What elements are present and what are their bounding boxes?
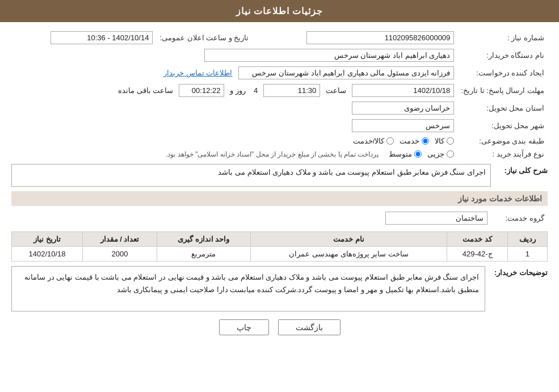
need-desc-field[interactable]: اجرای سنگ فرش معابر طبق استعلام پیوست می… (11, 164, 491, 187)
need-desc-section: شرح کلی نیاز: اجرای سنگ فرش معابر طبق اس… (11, 164, 548, 187)
remaining-label: ساعت باقی مانده (118, 86, 173, 95)
service-group-field: ساختمان (385, 212, 487, 225)
province-label: استان محل تحویل: (457, 99, 548, 117)
buyer-name-value: دهیاری ابراهیم اباد شهرستان سرخس (11, 47, 457, 64)
creator-field: فرزانه ایزدی مسئول مالی دهیاری ابراهیم ا… (238, 66, 454, 79)
need-desc-label: شرح کلی نیاز: (497, 164, 548, 175)
city-field: سرخس (352, 119, 454, 132)
row-creator: ایجاد کننده درخواست: فرزانه ایزدی مسئول … (11, 64, 548, 82)
buyer-name-field: دهیاری ابراهیم اباد شهرستان سرخس (204, 49, 454, 62)
page-title: جزئیات اطلاعات نیاز (236, 6, 323, 16)
row-need-number: شماره نیاز : 1102095826000009 تاریخ و سا… (11, 29, 548, 47)
radio-khedmat[interactable]: خدمت (400, 137, 429, 145)
col-row: ردیف (507, 232, 547, 247)
radio-kala-khedmat[interactable]: کالا/خدمت (353, 137, 394, 145)
row-deadline: مهلت ارسال پاسخ: تا تاریخ: 1402/10/18 سا… (11, 82, 548, 99)
radio-motevaset[interactable]: متوسط (389, 150, 422, 158)
page-header: جزئیات اطلاعات نیاز (0, 0, 559, 22)
purchase-type-note: پرداخت تمام یا بخشی از مبلغ خریدار از مح… (166, 150, 379, 158)
announce-date-field: 1402/10/14 - 10:36 (51, 31, 153, 44)
table-row: 1ج-42-429ساخت سایر پروژه‌های مهندسی عمرا… (12, 247, 548, 262)
row-category: طبقه بندی موضوعی: کالا خدمت کالا/خدمت (11, 134, 548, 147)
buttons-row: بازگشت چاپ (11, 319, 548, 335)
province-field: خراسان رضوی (352, 102, 454, 115)
category-label: طبقه بندی موضوعی: (457, 134, 548, 147)
time-label: ساعت (326, 86, 346, 95)
row-buyer-name: نام دستگاه خریدار: دهیاری ابراهیم اباد ش… (11, 47, 548, 64)
announce-value: 1402/10/14 - 10:36 (11, 29, 156, 47)
announce-label: تاریخ و ساعت اعلان عمومی: (156, 29, 252, 47)
col-date: تاریخ نیاز (12, 232, 83, 247)
col-code: کد خدمت (447, 232, 507, 247)
need-number-value: 1102095826000009 (252, 29, 457, 47)
back-button[interactable]: بازگشت (278, 319, 341, 335)
col-unit: واحد اندازه گیری (157, 232, 250, 247)
col-quantity: تعداد / مقدار (83, 232, 157, 247)
services-section-header: اطلاعات خدمات مورد نیاز (11, 191, 548, 206)
need-number-field: 1102095826000009 (306, 31, 454, 44)
days-value: 4 (254, 86, 258, 95)
buyer-notes-section: توضیحات خریدار: اجرای سنگ فرش معابر طبق … (11, 266, 548, 311)
row-purchase-type: نوع فرآیند خرید : جزیی متوسط پرداخت تمام… (11, 147, 548, 161)
service-group-label: گروه خدمت: (491, 209, 548, 227)
radio-jozii[interactable]: جزیی (427, 150, 454, 158)
creator-label: ایجاد کننده درخواست: (457, 64, 548, 82)
days-label: روز و (230, 86, 246, 95)
remaining-time-field: 00:12:22 (179, 84, 224, 97)
category-options: کالا خدمت کالا/خدمت (11, 134, 457, 147)
buyer-notes-label: توضیحات خریدار: (491, 266, 548, 277)
services-table: ردیف کد خدمت نام خدمت واحد اندازه گیری ت… (11, 231, 548, 262)
buyer-name-label: نام دستگاه خریدار: (457, 47, 548, 64)
radio-kala[interactable]: کالا (435, 137, 454, 145)
buyer-notes-field: اجرای سنگ فرش معابر طبق استعلام پیوست می… (11, 266, 485, 311)
creator-value: فرزانه ایزدی مسئول مالی دهیاری ابراهیم ا… (11, 64, 457, 82)
contact-info-link[interactable]: اطلاعات تماس خریدار (163, 69, 232, 77)
services-table-header-row: ردیف کد خدمت نام خدمت واحد اندازه گیری ت… (12, 232, 548, 247)
row-service-group: گروه خدمت: ساختمان (11, 209, 548, 227)
city-value: سرخس (11, 117, 457, 134)
service-group-table: گروه خدمت: ساختمان (11, 209, 548, 227)
province-value: خراسان رضوی (11, 99, 457, 117)
deadline-row: 1402/10/18 ساعت 11:30 4 روز و 00:12:22 س… (11, 82, 457, 99)
content-area: شماره نیاز : 1102095826000009 تاریخ و سا… (0, 22, 559, 348)
purchase-type-label: نوع فرآیند خرید : (457, 147, 548, 161)
deadline-date-field: 1402/10/18 (352, 84, 454, 97)
page-wrapper: جزئیات اطلاعات نیاز شماره نیاز : 1102095… (0, 0, 559, 392)
deadline-time-field: 11:30 (263, 84, 320, 97)
col-name: نام خدمت (250, 232, 447, 247)
need-number-label: شماره نیاز : (457, 29, 548, 47)
deadline-label: مهلت ارسال پاسخ: تا تاریخ: (457, 82, 548, 99)
purchase-type-row: جزیی متوسط پرداخت تمام یا بخشی از مبلغ خ… (11, 147, 457, 161)
row-city: شهر محل تحویل: سرخس (11, 117, 548, 134)
service-group-value: ساختمان (11, 209, 491, 227)
print-button[interactable]: چاپ (219, 319, 269, 335)
row-province: استان محل تحویل: خراسان رضوی (11, 99, 548, 117)
info-table-top: شماره نیاز : 1102095826000009 تاریخ و سا… (11, 29, 548, 161)
city-label: شهر محل تحویل: (457, 117, 548, 134)
